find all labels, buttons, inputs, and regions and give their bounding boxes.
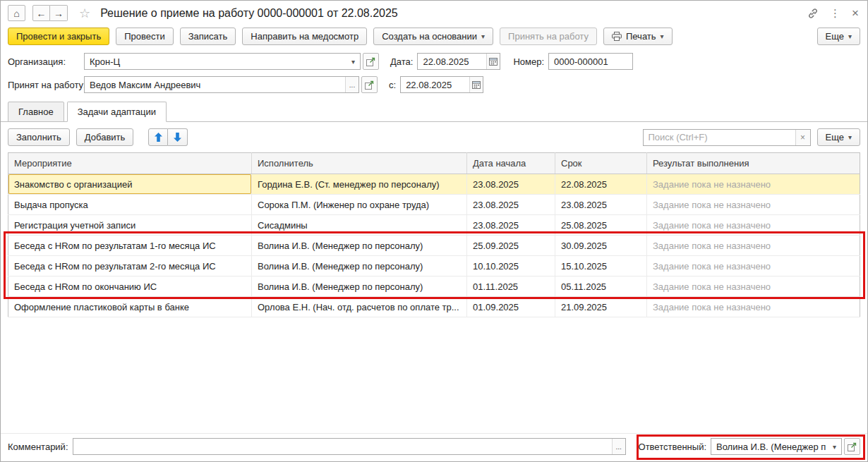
column-header-start-date[interactable]: Дата начала [467,153,555,174]
column-header-due-date[interactable]: Срок [555,153,647,174]
cell-start-date[interactable]: 10.10.2025 [467,256,555,276]
cell-activity[interactable]: Беседа с HRом по окончанию ИС [8,276,252,297]
table-row[interactable]: Выдача пропуска Сорока П.М. (Инженер по … [8,195,860,215]
home-button[interactable]: ⌂ [8,5,25,21]
move-down-button[interactable] [168,128,188,146]
from-date-field[interactable]: 22.08.2025 [400,76,483,93]
cell-activity[interactable]: Выдача пропуска [8,195,252,215]
organization-combo[interactable]: Крон-Ц ▾ [84,53,361,70]
cell-executor[interactable]: Гордина Е.В. (Ст. менеджер по персоналу) [252,174,467,195]
add-button[interactable]: Добавить [76,128,133,146]
comment-field[interactable]: ... [73,438,626,455]
table-row[interactable]: Знакомство с организацией Гордина Е.В. (… [8,174,860,195]
responsible-dropdown-button[interactable]: ▾ [828,439,841,454]
column-header-executor[interactable]: Исполнитель [252,153,467,174]
tab-main[interactable]: Главное [8,102,64,122]
form-row-organization: Организация: Крон-Ц ▾ Дата: 22.08.2025 [8,53,860,70]
forward-icon: → [54,8,64,19]
cell-due-date[interactable]: 22.08.2025 [555,174,647,195]
cell-due-date[interactable]: 30.09.2025 [555,236,647,256]
create-based-on-button[interactable]: Создать на основании ▾ [373,28,493,45]
cell-start-date[interactable]: 01.11.2025 [467,276,555,297]
cell-result[interactable]: Задание пока не назначено [647,297,860,317]
cell-start-date[interactable]: 25.09.2025 [467,236,555,256]
cell-executor[interactable]: Сисадмины [252,215,467,236]
table-more-button[interactable]: Еще ▾ [817,128,860,146]
cell-executor[interactable]: Орлова Е.Н. (Нач. отд. расчетов по оплат… [252,297,467,317]
search-input[interactable] [644,130,795,145]
chevron-down-icon: ▾ [848,133,852,141]
hired-choose-button[interactable]: ... [345,77,358,92]
tasks-table-wrap: Мероприятие Исполнитель Дата начала Срок… [8,152,860,317]
cell-result[interactable]: Задание пока не назначено [647,256,860,276]
cell-result[interactable]: Задание пока не назначено [647,215,860,236]
table-row[interactable]: Регистрация учетной записи Сисадмины 23.… [8,215,860,236]
forward-button[interactable]: → [50,5,68,21]
close-icon[interactable]: × [852,6,859,20]
column-header-activity[interactable]: Мероприятие [8,153,252,174]
responsible-combo[interactable]: Волина И.В. (Менеджер п ▾ [711,438,842,455]
hired-field[interactable]: Ведов Максим Андреевич ... [84,76,359,93]
cell-activity[interactable]: Беседа с HRом по результатам 1-го месяца… [8,236,252,256]
more-label: Еще [826,31,844,42]
fill-button[interactable]: Заполнить [8,128,70,146]
cell-due-date[interactable]: 25.08.2025 [555,215,647,236]
write-button[interactable]: Записать [180,28,236,45]
table-row[interactable]: Беседа с HRом по результатам 1-го месяца… [8,236,860,256]
responsible-open-button[interactable] [844,438,860,455]
cell-executor[interactable]: Сорока П.М. (Инженер по охране труда) [252,195,467,215]
comment-choose-button[interactable]: ... [612,439,625,454]
organization-value: Крон-Ц [85,56,346,67]
app-window: ⌂ ← → ☆ Решение о приеме на работу 0000-… [0,0,868,462]
cell-result[interactable]: Задание пока не назначено [647,276,860,297]
tab-adaptation-label: Задачи адаптации [78,107,156,117]
cell-activity[interactable]: Беседа с HRом по результатам 2-го месяца… [8,256,252,276]
back-button[interactable]: ← [32,5,50,21]
cell-executor[interactable]: Волина И.В. (Менеджер по персоналу) [252,236,467,256]
print-button[interactable]: Печать ▾ [603,28,673,45]
table-row[interactable]: Беседа с HRом по окончанию ИС Волина И.В… [8,276,860,297]
kebab-menu-icon[interactable]: ⋮ [830,7,840,20]
table-row[interactable]: Оформление пластиковой карты в банке Орл… [8,297,860,317]
organization-open-button[interactable] [363,53,379,70]
number-label: Номер: [513,56,544,67]
open-link-icon [365,80,374,90]
date-calendar-button[interactable] [486,54,500,69]
cell-start-date[interactable]: 23.08.2025 [467,195,555,215]
move-up-button[interactable] [148,128,168,146]
hire-button[interactable]: Принять на работу [500,28,597,45]
number-input[interactable] [548,53,633,70]
cell-activity[interactable]: Знакомство с организацией [8,174,252,195]
cell-due-date[interactable]: 23.08.2025 [555,195,647,215]
search-clear-button[interactable]: × [795,130,810,145]
send-medical-label: Направить на медосмотр [251,31,358,42]
cell-result[interactable]: Задание пока не назначено [647,174,860,195]
cell-result[interactable]: Задание пока не назначено [647,236,860,256]
hired-open-button[interactable] [361,76,378,93]
table-row[interactable]: Беседа с HRом по результатам 2-го месяца… [8,256,860,276]
cell-result[interactable]: Задание пока не назначено [647,195,860,215]
post-and-close-button[interactable]: Провести и закрыть [8,28,109,45]
more-button[interactable]: Еще ▾ [817,28,860,45]
date-field[interactable]: 22.08.2025 [417,53,500,70]
organization-dropdown-button[interactable]: ▾ [346,54,360,69]
cell-start-date[interactable]: 23.08.2025 [467,174,555,195]
comment-input[interactable] [73,439,612,454]
from-date-calendar-button[interactable] [469,77,483,92]
cell-activity[interactable]: Регистрация учетной записи [8,215,252,236]
tab-adaptation-tasks[interactable]: Задачи адаптации [67,102,167,122]
post-button[interactable]: Провести [116,28,174,45]
cell-due-date[interactable]: 15.10.2025 [555,256,647,276]
cell-executor[interactable]: Волина И.В. (Менеджер по персоналу) [252,276,467,297]
cell-start-date[interactable]: 01.09.2025 [467,297,555,317]
cell-due-date[interactable]: 05.11.2025 [555,276,647,297]
cell-start-date[interactable]: 23.08.2025 [467,215,555,236]
favorite-star-icon[interactable]: ☆ [79,6,90,21]
cell-due-date[interactable]: 21.09.2025 [555,297,647,317]
link-icon[interactable] [807,8,819,19]
send-medical-button[interactable]: Направить на медосмотр [242,28,367,45]
column-header-result[interactable]: Результат выполнения [647,153,860,174]
cell-activity[interactable]: Оформление пластиковой карты в банке [8,297,252,317]
cell-executor[interactable]: Волина И.В. (Менеджер по персоналу) [252,256,467,276]
tasks-table: Мероприятие Исполнитель Дата начала Срок… [8,152,860,317]
